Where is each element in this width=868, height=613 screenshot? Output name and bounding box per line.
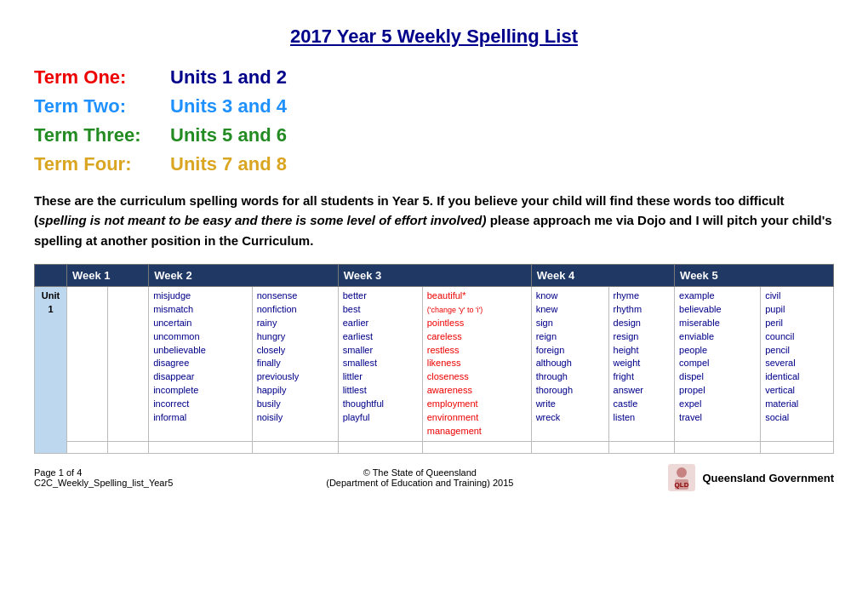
empty-week2-2 [252,442,338,454]
week5-col1: examplebelievablemiserableenviablepeople… [675,286,761,441]
table-row-empty [35,442,834,454]
empty-week5-2 [761,442,834,454]
footer-right: QLD Queensland Government [666,462,834,493]
footer-left: Page 1 of 4 C2C_Weekly_Spelling_list_Yea… [34,467,173,488]
week4-col2: rhymerhythmdesignresignheightweightfrigh… [608,286,675,441]
col-week5: Week 5 [675,264,834,286]
term-three-label: Term Three: [34,124,170,146]
unit-1-cell: Unit1 [35,286,67,453]
week4-col1: knowknewsignreignforeignalthoughthrought… [531,286,608,441]
week2-col2: nonsensenonfictionrainyhungrycloselyfina… [252,286,338,441]
col-week4: Week 4 [531,264,674,286]
term-two-label: Term Two: [34,95,170,117]
term-three-row: Term Three: Units 5 and 6 [34,124,834,146]
term-four-row: Term Four: Units 7 and 8 [34,153,834,175]
term-one-label: Term One: [34,66,170,89]
copyright-text: © The State of Queensland [326,467,513,478]
footer: Page 1 of 4 C2C_Weekly_Spelling_list_Yea… [34,462,834,493]
empty-week4-1 [531,442,608,454]
qld-bold-text: Queensland [702,472,765,484]
qld-suffix: Government [766,472,834,484]
footer-center: © The State of Queensland (Department of… [326,467,513,488]
empty-week4-2 [608,442,675,454]
empty-week1-2 [108,442,149,454]
term-two-units: Units 3 and 4 [170,95,287,117]
filename: C2C_Weekly_Spelling_list_Year5 [34,478,173,488]
term-four-units: Units 7 and 8 [170,153,287,175]
week1-col1 [67,286,108,441]
week3-col1: betterbestearlierearliestsmallersmallest… [338,286,422,441]
col-week1: Week 1 [67,264,149,286]
coat-of-arms-icon: QLD [666,462,697,493]
empty-week3-1 [338,442,422,454]
col-week2: Week 2 [149,264,339,286]
empty-week2-1 [149,442,253,454]
col-week3: Week 3 [338,264,531,286]
page-number: Page 1 of 4 [34,467,173,478]
col-unit [35,264,67,286]
week3-col2: beautiful*('change 'y' to 'i')pointlessc… [422,286,531,441]
spelling-table: Week 1 Week 2 Week 3 Week 4 Week 5 Unit1… [34,264,834,454]
empty-week5-1 [675,442,761,454]
description-text: These are the curriculum spelling words … [34,191,834,250]
empty-week3-2 [422,442,531,454]
page-title: 2017 Year 5 Weekly Spelling List [34,26,834,48]
week1-col2 [108,286,149,441]
svg-point-1 [677,467,687,478]
term-four-label: Term Four: [34,153,170,175]
svg-text:QLD: QLD [675,481,689,489]
term-one-row: Term One: Units 1 and 2 [34,66,834,89]
week5-col2: civilpupilperilcouncilpencilseveralident… [761,286,834,441]
term-one-units: Units 1 and 2 [170,66,287,89]
empty-week1-1 [67,442,108,454]
qld-govt-text: Queensland Government [702,472,834,484]
table-row-unit1: Unit1 misjudgemismatchuncertainuncommonu… [35,286,834,441]
week2-col1: misjudgemismatchuncertainuncommonunbelie… [149,286,253,441]
term-three-units: Units 5 and 6 [170,124,287,146]
term-two-row: Term Two: Units 3 and 4 [34,95,834,117]
dept-text: (Department of Education and Training) 2… [326,478,513,488]
qld-logo: QLD Queensland Government [666,462,834,493]
